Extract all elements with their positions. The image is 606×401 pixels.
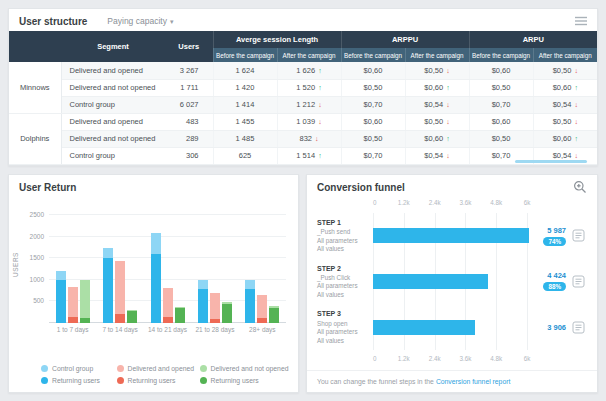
funnel-bar-track [373,228,529,243]
legend-item[interactable]: Delivered and opened [117,365,200,372]
legend-item[interactable]: Returning users [200,377,294,384]
report-icon[interactable] [569,321,587,334]
returning-users-segment [56,280,66,323]
zoom-icon[interactable] [573,180,587,194]
segment-cell: Control group [61,96,165,113]
returning-users-segment [175,308,185,323]
panel-menu-icon[interactable] [575,16,587,26]
x-axis-tick: 3.6k [459,355,471,362]
stacked-bar-control-group[interactable] [198,280,208,323]
users-cell: 289 [165,130,213,147]
returning-users-segment [257,318,267,323]
users-cell: 6 027 [165,96,213,113]
before-campaign-header: Before the campaign [341,48,405,62]
x-axis-tick: 6k [524,355,531,362]
table-row: Control group3066251 514↑$0,70$0,54↓$0,7… [9,147,597,164]
before-campaign-cell: $0,50 [341,130,405,147]
stacked-bar-delivered-and-opened[interactable] [68,287,78,323]
stacked-bar-delivered-and-not-opened[interactable] [269,306,279,323]
page-title: User structure [19,16,87,27]
conversion-badge: 74% [543,237,566,246]
trend-down-icon: ↓ [446,152,450,159]
horizontal-scrollbar[interactable] [515,160,587,163]
stacked-bar-delivered-and-opened[interactable] [163,288,173,323]
stacked-bar-control-group[interactable] [56,271,66,323]
funnel-bar[interactable] [373,228,529,243]
before-campaign-cell: 625 [213,147,277,164]
legend-item[interactable]: Delivered and not opened [200,365,294,372]
table-row: DolphinsDelivered and opened4831 4551 03… [9,113,597,130]
users-cell: 483 [165,113,213,130]
stacked-bar-delivered-and-opened[interactable] [257,295,267,323]
returning-users-segment [103,258,113,323]
report-icon[interactable] [569,275,587,288]
step-label: STEP 2 [317,264,373,273]
segment-cell: Delivered and not opened [61,79,165,96]
conversion-funnel-report-link[interactable]: Conversion funnel report [436,378,510,385]
stacked-bar-delivered-and-not-opened[interactable] [127,310,137,323]
trend-down-icon: ↓ [318,118,322,125]
funnel-bar[interactable] [373,274,488,289]
step-parameters: All parameters [317,282,373,291]
trend-up-icon: ↑ [574,84,578,91]
legend-item[interactable]: Control group [41,365,117,372]
stacked-bar-delivered-and-not-opened[interactable] [80,280,90,323]
before-campaign-cell: $0,70 [469,96,533,113]
returning-users-segment [115,314,125,323]
legend-label: Delivered and opened [128,365,195,372]
trend-up-icon: ↑ [446,135,450,142]
legend-item[interactable]: Returning users [41,377,117,384]
step-info: STEP 2_Push ClickAll parametersAll value… [317,264,373,300]
step-name: _Push send [317,228,373,237]
funnel-step-row: STEP 3Shop openAll parametersAll values3… [317,309,587,345]
returning-users-segment [222,304,232,323]
segment-cell: Delivered and opened [61,113,165,130]
before-campaign-cell: $0,50 [341,79,405,96]
before-campaign-cell: $0,50 [469,79,533,96]
paying-capacity-dropdown[interactable]: Paying capacity▾ [107,16,173,26]
returning-users-segment [127,311,137,323]
funnel-bar[interactable] [373,320,475,335]
stacked-bar-control-group[interactable] [103,248,113,323]
conversion-badge: 88% [543,282,566,291]
table-row: Delivered and not opened1 7111 4201 520↑… [9,79,597,96]
x-axis-label: 21 to 28 days [191,326,238,333]
users-cell: 306 [165,147,213,164]
user-return-chart: 1 to 7 days7 to 14 days14 to 21 days21 t… [49,211,286,323]
legend-label: Delivered and not opened [211,365,289,372]
after-campaign-cell: $0,50↓ [533,62,597,79]
trend-down-icon: ↓ [318,101,322,108]
x-axis-tick: 4.8k [490,355,502,362]
paying-capacity-label: Paying capacity [107,16,167,26]
stacked-bar-delivered-and-not-opened[interactable] [222,302,232,323]
step-parameters: All parameters [317,328,373,337]
x-axis-label: 28+ days [239,326,286,333]
stacked-bar-delivered-and-opened[interactable] [115,261,125,323]
after-campaign-header: After the campaign [277,48,341,62]
stacked-bar-control-group[interactable] [151,233,161,323]
after-campaign-cell: $0,50↓ [405,113,469,130]
x-axis-tick: 4.8k [490,199,502,206]
x-axis-labels: 1 to 7 days7 to 14 days14 to 21 days21 t… [49,326,286,333]
segment-group-name: Dolphins [9,113,61,164]
returning-users-segment [245,289,255,323]
stacked-bar-delivered-and-opened[interactable] [210,293,220,323]
before-campaign-cell: $0,60 [341,113,405,130]
before-campaign-cell: 1 414 [213,96,277,113]
report-icon[interactable] [569,229,587,242]
after-campaign-cell: $0,60↑ [533,79,597,96]
trend-up-icon: ↑ [574,135,578,142]
trend-up-icon: ↑ [318,67,322,74]
after-campaign-cell: $0,54↓ [533,96,597,113]
x-axis-tick: 2.4k [429,199,441,206]
before-campaign-cell: $0,70 [341,96,405,113]
before-campaign-cell: $0,60 [469,113,533,130]
stacked-bar-delivered-and-not-opened[interactable] [175,307,185,323]
after-campaign-cell: $0,60↑ [405,79,469,96]
returning-users-segment [210,319,220,323]
legend-item[interactable]: Returning users [117,377,200,384]
legend-dot [117,365,124,372]
stacked-bar-control-group[interactable] [245,280,255,323]
x-axis-tick: 3.6k [459,199,471,206]
trend-down-icon: ↓ [574,118,578,125]
